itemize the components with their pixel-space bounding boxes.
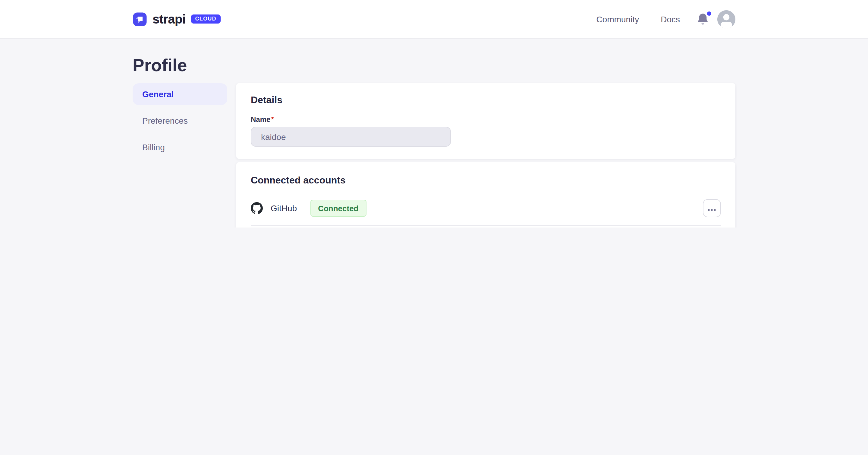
- connected-accounts-card: Connected accounts GitHub Connected: [236, 162, 735, 227]
- account-row-gitlab: GitLab Connect account: [251, 225, 721, 227]
- sidebar-item-general[interactable]: General: [133, 83, 227, 105]
- connected-status-badge: Connected: [310, 200, 366, 217]
- strapi-logo-mark-icon: [133, 12, 147, 26]
- profile-sidebar: General Preferences Billing: [133, 83, 227, 158]
- sidebar-item-preferences[interactable]: Preferences: [133, 110, 227, 132]
- page-title: Profile: [133, 55, 735, 76]
- details-card: Details Name*: [236, 83, 735, 159]
- header-nav: Community Docs: [575, 10, 735, 28]
- notifications-button[interactable]: [697, 12, 709, 26]
- notification-dot: [707, 11, 711, 16]
- ellipsis-icon: [708, 204, 716, 213]
- details-title: Details: [251, 94, 721, 106]
- bell-icon: [697, 19, 709, 27]
- name-label: Name*: [251, 115, 721, 124]
- connected-accounts-title: Connected accounts: [251, 174, 721, 187]
- cloud-badge: CLOUD: [191, 15, 221, 24]
- user-silhouette-icon: [717, 21, 735, 28]
- account-row-github: GitHub Connected: [251, 191, 721, 225]
- provider-name: GitHub: [271, 203, 297, 213]
- sidebar-item-billing[interactable]: Billing: [133, 136, 227, 158]
- name-input[interactable]: [251, 127, 451, 147]
- nav-docs[interactable]: Docs: [661, 14, 680, 24]
- strapi-cloud-profile-page: strapi CLOUD Community Docs: [0, 0, 868, 227]
- top-nav: strapi CLOUD Community Docs: [0, 0, 868, 39]
- required-asterisk: *: [271, 115, 274, 124]
- strapi-cloud-logo[interactable]: strapi CLOUD: [133, 12, 221, 26]
- nav-community[interactable]: Community: [596, 14, 639, 24]
- brand-wordmark: strapi: [153, 12, 186, 26]
- github-icon: [251, 202, 263, 214]
- avatar[interactable]: [717, 10, 735, 28]
- github-options-button[interactable]: [703, 199, 721, 217]
- main-content: Profile General Preferences Billing Deta…: [133, 55, 735, 227]
- cards-column: Details Name* Connected accounts: [236, 83, 735, 227]
